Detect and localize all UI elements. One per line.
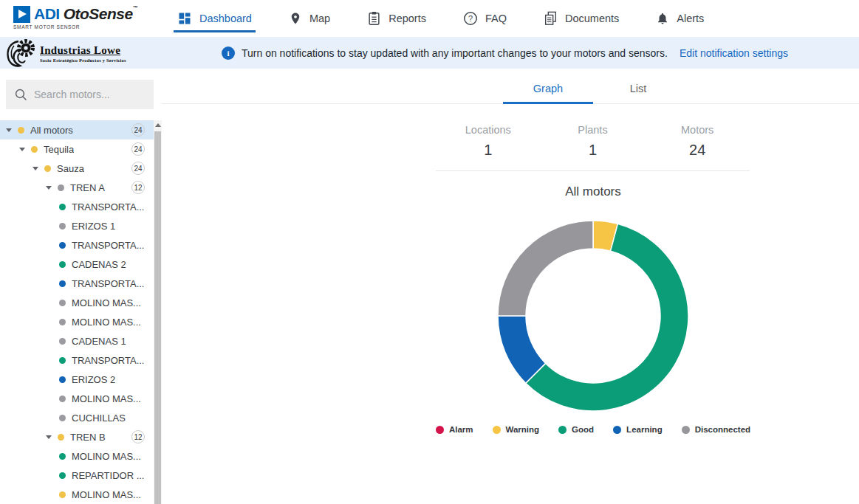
chart-legend: AlarmWarningGoodLearningDisconnected [408,425,778,434]
legend-label: Learning [626,425,663,434]
caret-down-icon[interactable] [46,186,58,190]
tree-label: CADENAS 1 [72,336,126,347]
tree-label: CADENAS 2 [72,259,126,270]
search-icon [14,88,27,101]
tree-row-cadenas-1[interactable]: CADENAS 1 [0,331,154,351]
tree-row-transporta[interactable]: TRANSPORTA... [0,197,154,216]
tree-label: MOLINO MAS... [72,297,141,308]
faq-icon: ? [463,11,478,26]
caret-down-icon[interactable] [19,148,31,151]
legend-item-warning: Warning [493,425,540,434]
status-dot-disconnected [59,396,66,402]
chart-title: All motors [482,184,704,199]
status-dot-disconnected [59,319,66,325]
reports-icon [367,11,381,26]
brand-product: OtoSense™ [64,5,138,23]
status-dot-learning [59,242,66,249]
tree-row-all-motors[interactable]: All motors24 [0,120,154,139]
tree-row-erizos-1[interactable]: ERIZOS 1 [0,216,154,235]
caret-down-icon[interactable] [46,435,58,439]
stat-value: 24 [645,142,750,159]
nav-item-faq[interactable]: ?FAQ [463,0,507,37]
nav-item-documents[interactable]: Documents [544,0,619,37]
legend-label: Alarm [449,425,473,434]
legend-dot-alarm [436,426,444,434]
stat-motors: Motors24 [645,124,750,159]
legend-label: Warning [506,425,540,434]
stat-value: 1 [541,142,646,159]
tree-row-transporta[interactable]: TRANSPORTA... [0,351,154,370]
scrollbar-thumb[interactable] [154,131,161,504]
status-dot-good [59,453,66,460]
tree-row-tequila[interactable]: Tequila24 [0,139,154,159]
tree-row-transporta[interactable]: TRANSPORTA... [0,274,154,293]
status-dot-disconnected [59,415,66,421]
status-dot-good [59,472,66,479]
info-icon: i [222,46,235,60]
tree-row-sauza[interactable]: Sauza24 [0,159,154,178]
tree-row-repartidor[interactable]: REPARTIDOR ... [0,466,154,485]
count-badge: 24 [131,142,145,156]
tree-label: Tequila [44,144,74,155]
tree-row-cadenas-2[interactable]: CADENAS 2 [0,255,154,274]
caret-down-icon[interactable] [6,128,18,132]
dashboard-icon [177,11,192,26]
tree-label: ERIZOS 1 [72,221,115,232]
brand-adi: ADI [34,5,60,23]
nav-item-dashboard[interactable]: Dashboard [177,0,252,37]
tree-label: TREN B [70,432,106,443]
nav-label: Alerts [677,13,704,24]
summary-stats: Locations1Plants1Motors24 [436,124,750,171]
view-tabs: Graph List [162,74,859,104]
org-tagline: Socio Estratégico Productos y Servicios [40,58,126,63]
nav-item-alerts[interactable]: Alerts [656,0,704,37]
stat-label: Motors [645,124,750,136]
tab-list[interactable]: List [593,74,683,103]
main-panel: Graph List Locations1Plants1Motors24 All… [162,69,859,504]
page: ADI OtoSense™ SMART MOTOR SENSOR Dashboa… [0,0,859,504]
tree-row-tren-a[interactable]: TREN A12 [0,178,154,197]
nav-label: Documents [565,13,619,24]
tree-scrollbar[interactable] [154,120,162,504]
tab-graph[interactable]: Graph [503,74,593,103]
nav-label: Map [309,13,330,24]
caret-down-icon[interactable] [32,167,44,170]
status-dot-good [59,261,66,268]
tree-label: MOLINO MAS... [72,489,141,500]
tree-label: MOLINO MAS... [72,451,141,462]
tree-row-molino-mas[interactable]: MOLINO MAS... [0,389,154,408]
tree-row-molino-mas[interactable]: MOLINO MAS... [0,312,154,331]
count-badge: 12 [131,430,145,443]
tree-row-tren-b[interactable]: TREN B12 [0,427,154,446]
tree-label: TREN A [70,182,105,193]
nav-item-map[interactable]: Map [289,0,330,37]
tree-row-transporta[interactable]: TRANSPORTA... [0,235,154,255]
tree-row-molino-mas[interactable]: MOLINO MAS... [0,485,154,504]
legend-item-disconnected: Disconnected [682,425,750,434]
tree-label: TRANSPORTA... [72,240,144,251]
edit-notification-settings-link[interactable]: Edit notification settings [680,47,788,59]
banner-message: Turn on notifications to stay updated wi… [242,47,668,59]
tree-row-molino-mas[interactable]: MOLINO MAS... [0,446,154,466]
stat-locations: Locations1 [436,124,541,159]
search-input[interactable] [34,89,146,100]
tree-label: TRANSPORTA... [72,201,144,213]
motor-tree: All motors24Tequila24Sauza24TREN A12TRAN… [0,120,154,504]
tree-label: MOLINO MAS... [72,317,141,328]
tree-label: All motors [30,125,73,136]
tree-label: CUCHILLAS [72,412,126,424]
tree-row-erizos-2[interactable]: ERIZOS 2 [0,370,154,389]
nav-item-reports[interactable]: Reports [367,0,426,37]
top-nav: ADI OtoSense™ SMART MOTOR SENSOR Dashboa… [0,0,859,37]
status-dot-learning [59,376,66,383]
nav-label: FAQ [485,13,507,24]
svg-text:?: ? [468,14,473,23]
scroll-up-arrow-icon[interactable] [154,120,162,130]
tree-row-molino-mas[interactable]: MOLINO MAS... [0,293,154,312]
tree-row-cuchillas[interactable]: CUCHILLAS [0,408,154,427]
status-dot-good [59,204,66,210]
donut-chart[interactable] [493,216,693,415]
stat-label: Plants [541,124,646,136]
trademark: ™ [133,5,138,10]
donut-slice-disconnected[interactable] [498,221,593,316]
